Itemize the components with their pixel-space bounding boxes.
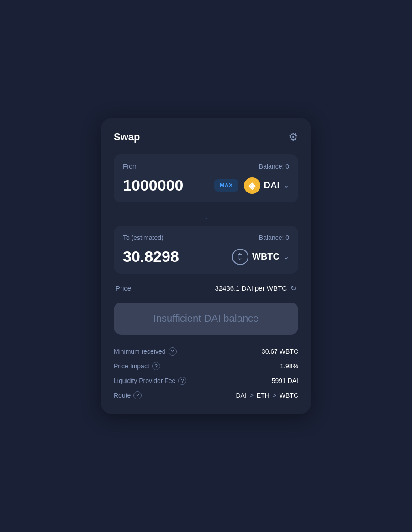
route-step-3: WBTC xyxy=(280,392,298,399)
to-balance: Balance: 0 xyxy=(259,234,289,241)
price-row: Price 32436.1 DAI per WBTC ↻ xyxy=(114,277,298,299)
route-step-2: ETH xyxy=(257,392,269,399)
refresh-icon[interactable]: ↻ xyxy=(291,284,296,293)
minimum-received-value: 30.67 WBTC xyxy=(262,348,298,355)
route-label: Route ? xyxy=(114,391,142,399)
route-step-1: DAI xyxy=(236,392,247,399)
from-token-name: DAI xyxy=(264,180,280,191)
page-title: Swap xyxy=(114,131,140,143)
header: Swap ⚙ xyxy=(114,131,298,144)
settings-icon[interactable]: ⚙ xyxy=(288,131,298,144)
wbtc-icon: ₿ xyxy=(232,249,248,265)
details-section: Minimum received ? 30.67 WBTC Price Impa… xyxy=(114,347,298,399)
from-label: From xyxy=(123,163,138,170)
route-help-icon[interactable]: ? xyxy=(133,391,142,399)
from-token-selector: MAX ◈ DAI ⌄ xyxy=(214,177,289,194)
to-input-row: 30.8298 ₿ WBTC ⌄ xyxy=(123,248,289,266)
price-value: 32436.1 DAI per WBTC ↻ xyxy=(215,284,296,293)
swap-arrow-container: ↓ xyxy=(114,206,298,226)
price-label: Price xyxy=(116,284,131,292)
swap-card: Swap ⚙ From Balance: 0 1000000 MAX ◈ DAI… xyxy=(101,118,311,414)
liquidity-fee-label: Liquidity Provider Fee ? xyxy=(114,377,186,385)
swap-direction-arrow[interactable]: ↓ xyxy=(204,211,208,221)
dai-icon: ◈ xyxy=(244,177,260,194)
to-token-name: WBTC xyxy=(252,251,280,262)
to-token-box: To (estimated) Balance: 0 30.8298 ₿ WBTC… xyxy=(114,226,298,274)
to-token-selector: ₿ WBTC ⌄ xyxy=(232,249,289,265)
from-label-row: From Balance: 0 xyxy=(123,163,289,170)
from-balance: Balance: 0 xyxy=(259,163,289,170)
minimum-received-row: Minimum received ? 30.67 WBTC xyxy=(114,347,298,356)
route-value: DAI > ETH > WBTC xyxy=(236,392,299,399)
to-token-chevron[interactable]: ⌄ xyxy=(283,252,289,261)
route-arrow-2: > xyxy=(273,392,278,399)
swap-action-button[interactable]: Insufficient DAI balance xyxy=(114,303,298,335)
minimum-received-help-icon[interactable]: ? xyxy=(169,347,177,356)
price-impact-label: Price Impact ? xyxy=(114,362,160,370)
from-token-chevron[interactable]: ⌄ xyxy=(283,181,289,190)
to-label: To (estimated) xyxy=(123,234,164,241)
route-row: Route ? DAI > ETH > WBTC xyxy=(114,391,298,399)
from-amount[interactable]: 1000000 xyxy=(123,176,183,194)
liquidity-fee-value: 5991 DAI xyxy=(272,377,298,384)
price-impact-help-icon[interactable]: ? xyxy=(152,362,160,370)
liquidity-fee-row: Liquidity Provider Fee ? 5991 DAI xyxy=(114,377,298,385)
price-impact-value: 1.98% xyxy=(280,362,298,370)
max-button[interactable]: MAX xyxy=(214,179,238,192)
route-arrow-1: > xyxy=(250,392,255,399)
minimum-received-label: Minimum received ? xyxy=(114,347,177,356)
liquidity-fee-help-icon[interactable]: ? xyxy=(178,377,186,385)
to-amount[interactable]: 30.8298 xyxy=(123,248,179,266)
from-token-box: From Balance: 0 1000000 MAX ◈ DAI ⌄ xyxy=(114,154,298,202)
from-input-row: 1000000 MAX ◈ DAI ⌄ xyxy=(123,176,289,194)
to-label-row: To (estimated) Balance: 0 xyxy=(123,234,289,241)
price-impact-row: Price Impact ? 1.98% xyxy=(114,362,298,370)
